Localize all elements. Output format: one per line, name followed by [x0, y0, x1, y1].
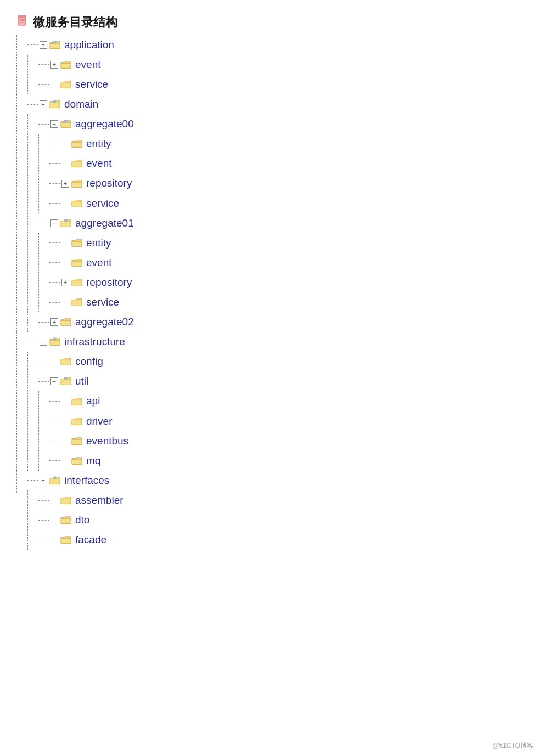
svg-rect-11: [53, 477, 56, 479]
agg01-service-label: service: [86, 292, 119, 312]
domain-expand[interactable]: −: [40, 100, 47, 108]
app-event-folder-icon: [60, 60, 72, 70]
infra-config-node: config: [38, 352, 523, 371]
aggregate01-node[interactable]: − aggregate01: [38, 213, 523, 233]
aggregate01-label: aggregate01: [75, 213, 134, 233]
aggregate02-node[interactable]: + aggregate02: [38, 312, 523, 332]
int-facade-node: facade: [38, 530, 523, 550]
util-node[interactable]: − util: [38, 371, 523, 391]
interfaces-children: assembler dto facade: [27, 490, 523, 550]
agg01-event-icon: [71, 258, 83, 268]
util-children: api driver eventbus: [38, 391, 523, 470]
app-event-node[interactable]: + event: [38, 55, 523, 75]
agg01-entity-label: entity: [86, 233, 111, 253]
infra-config-icon: [60, 357, 72, 366]
application-expand[interactable]: −: [40, 41, 47, 49]
application-label: application: [64, 35, 114, 55]
infrastructure-label: infrastructure: [64, 332, 125, 352]
agg00-repository-icon: [71, 179, 83, 189]
util-api-node: api: [49, 391, 523, 411]
app-service-label: service: [75, 75, 108, 94]
infrastructure-children: config − util: [27, 352, 523, 471]
interfaces-node[interactable]: − interfaces: [27, 471, 523, 490]
infrastructure-folder-icon: [49, 337, 61, 347]
aggregate02-expand[interactable]: +: [50, 318, 58, 326]
util-expand[interactable]: −: [50, 377, 58, 385]
domain-folder-icon: [49, 99, 61, 109]
root-label: 微服务目录结构: [33, 11, 117, 34]
util-driver-icon: [71, 416, 83, 426]
infra-config-label: config: [75, 352, 103, 371]
watermark: @51CTO博客: [492, 741, 534, 751]
app-event-expand[interactable]: +: [50, 61, 58, 69]
svg-rect-7: [64, 120, 67, 122]
int-dto-node: dto: [38, 510, 523, 530]
agg00-service-label: service: [86, 194, 119, 213]
infrastructure-expand[interactable]: −: [40, 338, 47, 346]
util-driver-node: driver: [49, 411, 523, 431]
int-assembler-icon: [60, 495, 72, 505]
agg00-entity-node: entity: [49, 134, 523, 154]
svg-rect-6: [53, 100, 56, 103]
agg01-repository-expand[interactable]: +: [61, 279, 69, 286]
infrastructure-node[interactable]: − infrastructure: [27, 332, 523, 352]
app-event-label: event: [75, 55, 100, 75]
aggregate01-folder-icon: [60, 218, 72, 228]
aggregate00-expand[interactable]: −: [50, 120, 58, 128]
agg01-event-node: event: [49, 253, 523, 273]
int-facade-icon: [60, 535, 72, 545]
agg00-repository-expand[interactable]: +: [61, 180, 69, 188]
svg-rect-8: [64, 219, 67, 221]
domain-node[interactable]: − domain: [27, 94, 523, 114]
application-folder-icon: [49, 40, 61, 50]
agg00-service-icon: [71, 199, 83, 208]
domain-section: − domain − aggregate00: [16, 94, 523, 332]
int-assembler-label: assembler: [75, 490, 123, 510]
agg00-event-node: event: [49, 154, 523, 173]
aggregate00-folder-icon: [60, 119, 72, 129]
aggregate02-folder-icon: [60, 317, 72, 327]
agg01-repository-icon: [71, 278, 83, 287]
util-mq-icon: [71, 456, 83, 466]
agg01-repository-label: repository: [86, 273, 132, 292]
util-folder-icon: [60, 376, 72, 386]
util-mq-node: mq: [49, 451, 523, 471]
util-eventbus-node: eventbus: [49, 431, 523, 451]
app-service-node: service: [38, 75, 523, 94]
agg01-service-node: service: [49, 292, 523, 312]
file-tree: 微服务目录结构 − application +: [16, 11, 523, 550]
int-assembler-node: assembler: [38, 490, 523, 510]
agg00-entity-label: entity: [86, 134, 111, 154]
agg01-event-label: event: [86, 253, 111, 273]
util-eventbus-label: eventbus: [86, 431, 128, 451]
app-service-folder-icon: [60, 80, 72, 89]
svg-rect-9: [53, 338, 56, 340]
interfaces-folder-icon: [49, 476, 61, 486]
interfaces-label: interfaces: [64, 471, 109, 490]
aggregate02-label: aggregate02: [75, 312, 134, 332]
util-label: util: [75, 371, 88, 391]
root-node: 微服务目录结构: [16, 11, 523, 34]
svg-rect-5: [53, 41, 56, 43]
aggregate01-expand[interactable]: −: [50, 219, 58, 227]
agg01-entity-icon: [71, 238, 83, 248]
interfaces-section: − interfaces assembler: [16, 471, 523, 550]
int-dto-icon: [60, 515, 72, 525]
util-api-label: api: [86, 391, 100, 411]
int-facade-label: facade: [75, 530, 106, 550]
root-icon: [16, 12, 29, 33]
aggregate01-children: entity event + repository: [38, 233, 523, 312]
interfaces-expand[interactable]: −: [40, 477, 47, 484]
aggregate00-node[interactable]: − aggregate00: [38, 114, 523, 134]
domain-label: domain: [64, 94, 98, 114]
agg00-repository-node[interactable]: + repository: [49, 173, 523, 193]
domain-children: − aggregate00 entity: [27, 114, 523, 332]
agg01-repository-node[interactable]: + repository: [49, 273, 523, 292]
agg00-service-node: service: [49, 194, 523, 213]
agg00-event-icon: [71, 159, 83, 168]
util-mq-label: mq: [86, 451, 100, 471]
svg-rect-1: [18, 15, 26, 18]
application-children: + event service: [27, 55, 523, 94]
svg-rect-10: [64, 377, 67, 380]
application-node[interactable]: − application: [27, 35, 523, 55]
